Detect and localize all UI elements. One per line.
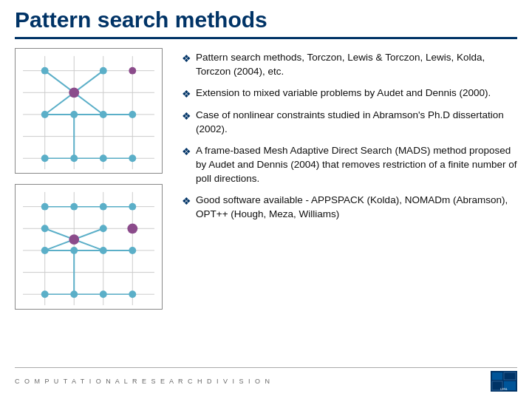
svg-point-15 xyxy=(100,67,107,75)
svg-text:LBNL: LBNL xyxy=(500,387,508,391)
footer-text: C O M P U T A T I O N A L R E S E A R C … xyxy=(15,378,271,385)
svg-point-51 xyxy=(70,247,78,254)
bullet-text-4: A frame-based Mesh Adaptive Direct Searc… xyxy=(196,144,517,186)
bullet-text-5: Good software available - APPSPACK (Kold… xyxy=(196,194,517,222)
bullet-item-3: ❖ Case of nonlinear constraints studied … xyxy=(182,109,517,137)
svg-point-55 xyxy=(129,290,136,298)
svg-point-42 xyxy=(70,203,78,211)
svg-point-52 xyxy=(41,290,49,298)
bullet-item-2: ❖ Extension to mixed variable problems b… xyxy=(182,86,517,102)
svg-point-56 xyxy=(127,223,137,233)
svg-rect-58 xyxy=(492,372,502,380)
svg-point-43 xyxy=(100,203,107,211)
svg-point-23 xyxy=(100,154,107,162)
title-area: Pattern search methods xyxy=(15,7,517,39)
svg-point-46 xyxy=(100,225,107,232)
bullet-item-1: ❖ Pattern search methods, Torczon, Lewis… xyxy=(182,51,517,79)
bullet-diamond-3: ❖ xyxy=(182,109,191,137)
svg-point-48 xyxy=(41,247,49,254)
svg-point-41 xyxy=(41,203,49,211)
svg-point-49 xyxy=(100,247,107,254)
bullet-item-5: ❖ Good software available - APPSPACK (Ko… xyxy=(182,194,517,222)
svg-point-53 xyxy=(70,290,78,298)
footer-bar: C O M P U T A T I O N A L R E S E A R C … xyxy=(15,367,517,392)
svg-point-21 xyxy=(41,154,49,162)
svg-rect-59 xyxy=(504,372,516,380)
bullet-text-3: Case of nonlinear constraints studied in… xyxy=(196,109,517,137)
footer-logo: LBNL xyxy=(491,371,517,392)
diagram-bottom xyxy=(15,184,163,310)
diagrams-column xyxy=(15,48,170,367)
content-area: ❖ Pattern search methods, Torczon, Lewis… xyxy=(15,48,517,367)
bullet-diamond-1: ❖ xyxy=(182,52,191,79)
svg-point-24 xyxy=(129,154,136,162)
svg-point-45 xyxy=(41,225,49,232)
svg-point-22 xyxy=(70,154,78,162)
diagram-top xyxy=(15,48,163,174)
svg-point-19 xyxy=(129,111,136,118)
svg-point-47 xyxy=(69,234,79,245)
bullet-diamond-4: ❖ xyxy=(182,145,191,186)
slide: Pattern search methods xyxy=(0,0,532,399)
svg-point-25 xyxy=(129,67,136,75)
bullet-text-2: Extension to mixed variable problems by … xyxy=(196,86,517,102)
bullet-text-1: Pattern search methods, Torczon, Lewis &… xyxy=(196,51,517,79)
svg-point-17 xyxy=(41,111,49,118)
svg-point-16 xyxy=(69,87,79,98)
svg-point-14 xyxy=(41,67,49,75)
svg-point-20 xyxy=(70,111,78,118)
page-title: Pattern search methods xyxy=(15,7,517,33)
svg-point-44 xyxy=(129,203,136,211)
svg-point-50 xyxy=(129,247,136,254)
bullet-column: ❖ Pattern search methods, Torczon, Lewis… xyxy=(182,48,517,367)
bullet-item-4: ❖ A frame-based Mesh Adaptive Direct Sea… xyxy=(182,144,517,186)
svg-point-18 xyxy=(100,111,107,118)
bullet-diamond-2: ❖ xyxy=(182,87,191,102)
svg-point-54 xyxy=(100,290,107,298)
bullet-diamond-5: ❖ xyxy=(182,194,191,222)
